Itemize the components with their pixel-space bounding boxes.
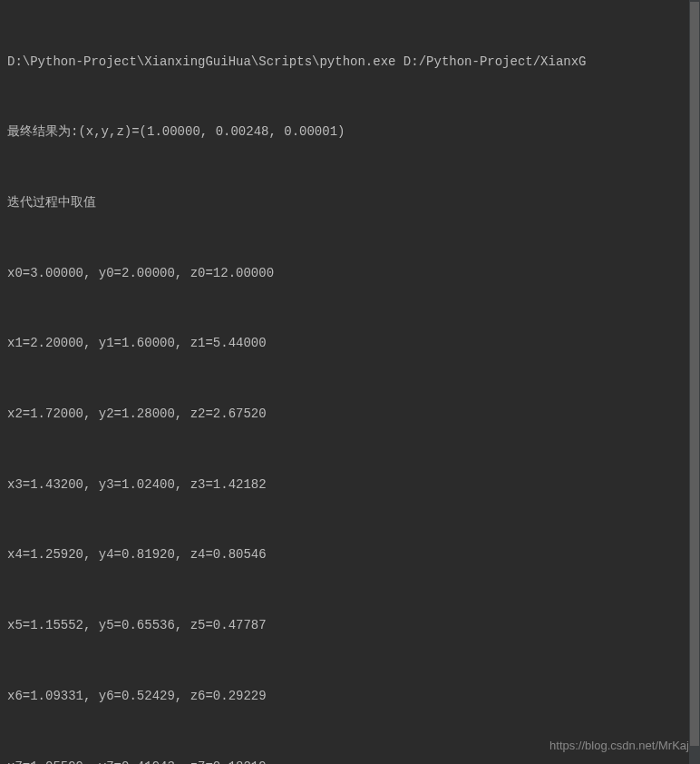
scrollbar-track[interactable]: [689, 0, 700, 764]
iteration-line: x0=3.00000, y0=2.00000, z0=12.00000: [7, 262, 693, 286]
iteration-line: x3=1.43200, y3=1.02400, z3=1.42182: [7, 474, 693, 497]
iteration-line: x5=1.15552, y5=0.65536, z5=0.47787: [7, 614, 693, 638]
command-line: D:\Python-Project\XianxingGuiHua\Scripts…: [7, 51, 693, 74]
iteration-line: x6=1.09331, y6=0.52429, z6=0.29229: [7, 685, 693, 709]
scrollbar-thumb[interactable]: [690, 2, 699, 746]
result-line: 最终结果为:(x,y,z)=(1.00000, 0.00248, 0.00001…: [7, 121, 693, 144]
watermark-text: https://blog.csdn.net/MrKaj: [549, 735, 689, 757]
iteration-line: x2=1.72000, y2=1.28000, z2=2.67520: [7, 403, 693, 426]
console-output: D:\Python-Project\XianxingGuiHua\Scripts…: [7, 4, 693, 764]
iteration-header: 迭代过程中取值: [7, 191, 693, 215]
iteration-line: x1=2.20000, y1=1.60000, z1=5.44000: [7, 332, 693, 356]
iteration-line: x4=1.25920, y4=0.81920, z4=0.80546: [7, 544, 693, 567]
